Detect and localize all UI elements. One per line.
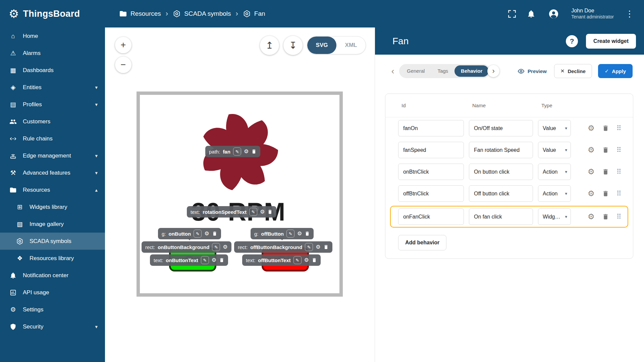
edit-icon[interactable]: ✎: [212, 243, 220, 251]
gear-icon[interactable]: ⚙: [316, 244, 320, 250]
notifications-bell-icon[interactable]: [527, 9, 536, 18]
trash-icon[interactable]: [323, 244, 329, 250]
drag-handle[interactable]: ⠿: [616, 168, 622, 175]
behavior-type-select[interactable]: Widg… ▾: [538, 208, 571, 225]
drag-handle[interactable]: ⠿: [616, 146, 622, 154]
help-icon[interactable]: ?: [566, 35, 578, 47]
behavior-type-select[interactable]: Value ▾: [538, 120, 571, 136]
toggle-svg[interactable]: SVG: [307, 37, 336, 54]
behavior-name-field[interactable]: [469, 185, 533, 202]
add-behavior-button[interactable]: Add behavior: [398, 235, 446, 250]
sidebar-item-edge-management[interactable]: Edge management ▾: [0, 147, 105, 164]
preview-button[interactable]: Preview: [518, 68, 547, 75]
drag-handle[interactable]: ⠿: [616, 125, 622, 132]
create-widget-button[interactable]: Create widget: [586, 34, 636, 49]
sidebar-item-notification-center[interactable]: Notification center: [0, 267, 105, 284]
sidebar-item-home[interactable]: ⌂ Home: [0, 27, 105, 45]
behavior-name-field[interactable]: [469, 164, 533, 180]
edit-icon[interactable]: ✎: [233, 147, 241, 156]
gear-icon[interactable]: ⚙: [588, 168, 595, 176]
user-avatar[interactable]: [546, 6, 561, 21]
trash-icon[interactable]: [305, 231, 310, 236]
zoom-out-button[interactable]: −: [115, 57, 131, 73]
sidebar-item-profiles[interactable]: ▤ Profiles ▾: [0, 96, 105, 113]
behavior-id-field[interactable]: [398, 185, 464, 202]
trash-icon[interactable]: [602, 146, 609, 154]
sidebar-item-image-gallery[interactable]: ▧ Image gallery: [0, 216, 105, 233]
decline-button[interactable]: ✕ Decline: [554, 64, 592, 78]
sidebar-item-settings[interactable]: ⚙ Settings: [0, 301, 105, 318]
trash-icon[interactable]: [267, 209, 273, 215]
sidebar-item-alarms[interactable]: ⚠ Alarms: [0, 45, 105, 62]
trash-icon[interactable]: [602, 125, 609, 132]
trash-icon[interactable]: [219, 257, 224, 263]
gear-icon[interactable]: ⚙: [588, 213, 595, 221]
sidebar-item-label: Image gallery: [30, 221, 64, 228]
tab-general[interactable]: General: [400, 65, 431, 77]
toggle-xml[interactable]: XML: [336, 37, 366, 54]
trash-icon[interactable]: [602, 190, 609, 197]
drag-handle[interactable]: ⠿: [616, 213, 622, 220]
breadcrumb-resources[interactable]: Resources: [119, 10, 161, 18]
gear-icon[interactable]: ⚙: [588, 146, 595, 154]
download-button[interactable]: ↧: [283, 36, 303, 55]
trash-icon[interactable]: [212, 231, 217, 236]
apply-button[interactable]: ✓ Apply: [598, 64, 633, 78]
trash-icon[interactable]: [251, 149, 257, 154]
edit-icon[interactable]: ✎: [305, 243, 313, 251]
gear-icon[interactable]: ⚙: [212, 257, 216, 263]
breadcrumb-scada-symbols[interactable]: SCADA symbols: [173, 10, 231, 18]
sidebar-item-security[interactable]: Security ▾: [0, 318, 105, 335]
tab-tags[interactable]: Tags: [431, 65, 454, 77]
sidebar-item-api-usage[interactable]: API usage: [0, 284, 105, 301]
edit-icon[interactable]: ✎: [201, 256, 209, 264]
behavior-name-field[interactable]: [469, 208, 533, 225]
sidebar-item-entities[interactable]: ◈ Entities ▾: [0, 79, 105, 96]
tabs-scroll-right-icon[interactable]: ›: [487, 65, 499, 77]
behavior-type-select[interactable]: Action ▾: [538, 185, 571, 202]
upload-button[interactable]: ↥: [260, 36, 279, 55]
eye-icon: [518, 68, 525, 75]
behavior-type-select[interactable]: Action ▾: [538, 164, 571, 180]
fullscreen-icon[interactable]: [507, 9, 517, 18]
sidebar-item-advanced-features[interactable]: ⚒ Advanced features ▾: [0, 164, 105, 181]
trash-icon[interactable]: [602, 168, 609, 175]
gear-icon[interactable]: ⚙: [260, 209, 265, 215]
behavior-name-field[interactable]: [469, 120, 533, 136]
behavior-id-field[interactable]: [398, 164, 464, 180]
gear-icon[interactable]: ⚙: [244, 149, 249, 154]
behavior-id-field[interactable]: [398, 142, 464, 158]
zoom-in-button[interactable]: +: [115, 37, 131, 53]
check-icon: ✓: [605, 68, 609, 74]
edit-icon[interactable]: ✎: [293, 256, 302, 264]
kebab-menu-icon[interactable]: ⋮: [624, 9, 635, 19]
profiles-icon: ▤: [9, 101, 17, 108]
gear-icon[interactable]: ⚙: [204, 231, 209, 236]
sidebar-item-resources[interactable]: Resources ▴: [0, 181, 105, 198]
gear-icon[interactable]: ⚙: [297, 231, 302, 236]
sidebar-item-widgets-library[interactable]: ⊞ Widgets library: [0, 198, 105, 216]
thingsboard-logo[interactable]: ⚙ ThingsBoard: [0, 8, 105, 19]
sidebar-item-resources-library[interactable]: ❖ Resources library: [0, 250, 105, 267]
sidebar-item-scada-symbols[interactable]: SCADA symbols: [0, 233, 105, 250]
tabs-scroll-left-icon[interactable]: ‹: [388, 66, 397, 76]
behavior-name-field[interactable]: [469, 142, 533, 158]
sidebar-item-customers[interactable]: Customers: [0, 113, 105, 130]
sidebar-item-rule-chains[interactable]: Rule chains: [0, 130, 105, 147]
behavior-id-field[interactable]: [398, 208, 464, 225]
trash-icon[interactable]: [312, 257, 317, 263]
gear-icon[interactable]: ⚙: [588, 190, 595, 197]
tab-behavior[interactable]: Behavior: [454, 65, 489, 77]
trash-icon[interactable]: [602, 213, 609, 220]
behavior-type-select[interactable]: Value ▾: [538, 142, 571, 158]
sidebar-item-dashboards[interactable]: ▦ Dashboards: [0, 62, 105, 79]
gear-icon[interactable]: ⚙: [588, 124, 595, 132]
drag-handle[interactable]: ⠿: [616, 190, 622, 197]
edit-icon[interactable]: ✎: [194, 230, 202, 238]
edit-icon[interactable]: ✎: [286, 230, 294, 238]
edit-icon[interactable]: ✎: [249, 208, 257, 216]
behavior-id-field[interactable]: [398, 120, 464, 136]
gear-icon[interactable]: ⚙: [304, 257, 309, 263]
breadcrumb-fan[interactable]: Fan: [243, 10, 265, 18]
gear-icon[interactable]: ⚙: [223, 244, 227, 250]
